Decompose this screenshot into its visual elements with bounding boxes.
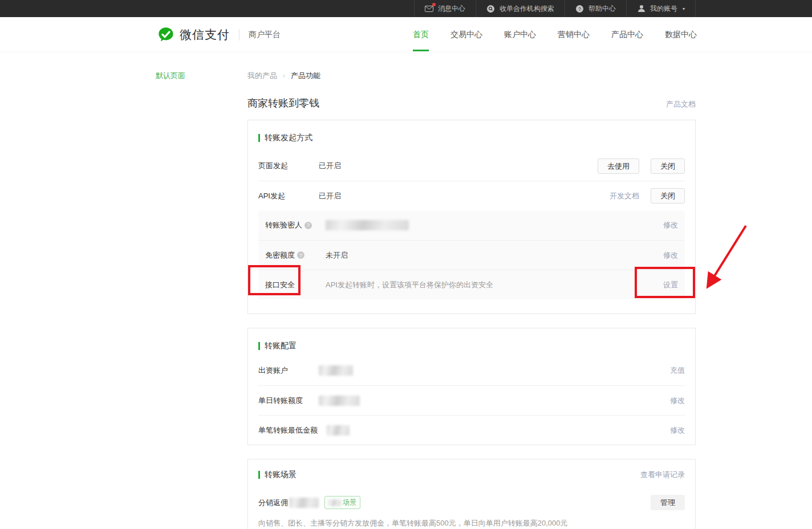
row-label: 页面发起: [258, 161, 310, 171]
nav-item-home[interactable]: 首页: [413, 17, 429, 52]
primary-nav: 首页 交易中心 账户中心 营销中心 产品中心 数据中心: [413, 17, 697, 52]
brand-divider: [239, 29, 239, 40]
breadcrumb-separator: ›: [283, 72, 285, 80]
modify-min-amount-link[interactable]: 修改: [670, 425, 685, 436]
notification-dot: [432, 3, 436, 6]
topbar-item-label: 消息中心: [438, 4, 465, 14]
redacted-account-value: [319, 365, 353, 376]
topbar-item-label: 我的账号: [650, 4, 677, 14]
nav-item-data-center[interactable]: 数据中心: [665, 17, 697, 52]
nav-item-product-center[interactable]: 产品中心: [611, 17, 643, 52]
section-head-transfer-scene: 转账场景 查看申请记录: [258, 470, 685, 480]
method-rows: 页面发起 已开启 去使用 关闭 API发起 已开启 开发文档 关闭: [258, 151, 685, 210]
merchant-platform-page: 消息中心 收单合作机构搜索 ? 帮助中心 我的账号 ▾: [0, 0, 812, 529]
brand-name: 微信支付: [180, 27, 230, 43]
section-title: 转账配置: [265, 341, 297, 351]
section-title: 转账发起方式: [265, 133, 312, 143]
redacted-daily-limit-value: [319, 396, 360, 406]
row-status: 未开启: [326, 250, 348, 261]
section-title: 转账场景: [265, 470, 297, 480]
row-status: 已开启: [319, 161, 341, 171]
nav-item-account-center[interactable]: 账户中心: [504, 17, 536, 52]
question-mark-icon[interactable]: ?: [297, 251, 304, 259]
section-head-transfer-config: 转账配置: [258, 341, 685, 351]
redacted-badge-value: [328, 499, 341, 506]
row-funding-account: 出资账户 充值: [258, 356, 685, 385]
row-transfer-verifier: 转账验密人 ? 修改: [258, 210, 685, 240]
close-api-initiate-button[interactable]: 关闭: [651, 188, 685, 204]
question-mark-icon[interactable]: ?: [304, 222, 312, 229]
topbar-item-label: 收单合作机构搜索: [500, 4, 554, 14]
redacted-verifier-value: [326, 220, 409, 230]
brand-platform-label: 商户平台: [249, 30, 281, 40]
card-transfer-method: 转账发起方式 页面发起 已开启 去使用 关闭 API发起 已开启: [247, 120, 696, 314]
breadcrumb: 我的产品 › 产品功能: [247, 71, 696, 81]
breadcrumb-product-features: 产品功能: [291, 71, 320, 81]
title-row: 商家转账到零钱 产品文档: [247, 96, 696, 110]
topbar-acquirer-search[interactable]: 收单合作机构搜索: [476, 0, 565, 17]
page-body: 默认页面 我的产品 › 产品功能 商家转账到零钱 产品文档 转账发起方式 页: [0, 52, 812, 529]
chevron-down-icon: ▾: [683, 6, 685, 11]
row-api-initiate: API发起 已开启 开发文档 关闭: [258, 181, 685, 210]
recharge-link[interactable]: 充值: [670, 365, 685, 376]
modify-daily-limit-link[interactable]: 修改: [670, 396, 685, 406]
scene-count-badge: 场景: [324, 496, 360, 509]
row-password-free-quota: 免密额度 ? 未开启 修改: [258, 240, 685, 270]
card-transfer-scene: 转账场景 查看申请记录 分销返佣 场景 管理 向销售、团长、主播等分销方发放佣金…: [247, 459, 696, 529]
brand[interactable]: 微信支付 商户平台: [157, 26, 281, 43]
row-label: 转账验密人: [265, 220, 302, 230]
main-content: 我的产品 › 产品功能 商家转账到零钱 产品文档 转账发起方式 页面发起 已开启: [247, 52, 696, 529]
section-accent-bar: [258, 471, 260, 479]
row-status: 已开启: [319, 191, 341, 201]
row-label: API发起: [258, 191, 310, 201]
product-doc-link[interactable]: 产品文档: [666, 99, 696, 109]
redacted-min-amount-value: [327, 425, 350, 436]
row-interface-security: 接口安全 API发起转账时，设置该项平台将保护你的出资安全 设置: [258, 270, 685, 299]
go-use-button[interactable]: 去使用: [598, 158, 639, 174]
scene-description: 向销售、团长、主播等分销方发放佣金，单笔转账最高500元，单日向单用户转账最高2…: [258, 518, 685, 528]
topbar-my-account[interactable]: 我的账号 ▾: [626, 0, 696, 17]
row-label: 单笔转账最低金额: [258, 425, 318, 436]
wechat-pay-logo-icon: [157, 26, 174, 43]
user-icon: [637, 4, 646, 13]
view-application-records-link[interactable]: 查看申请记录: [640, 470, 685, 480]
card-transfer-config: 转账配置 出资账户 充值 单日转账额度 修改 单笔转账最低金额: [247, 328, 696, 445]
modify-quota-link[interactable]: 修改: [663, 250, 678, 261]
settings-link[interactable]: 设置: [663, 280, 678, 290]
modify-verifier-link[interactable]: 修改: [663, 220, 678, 230]
row-daily-limit: 单日转账额度 修改: [258, 385, 685, 415]
row-min-amount: 单笔转账最低金额 修改: [258, 415, 685, 445]
dev-doc-link[interactable]: 开发文档: [610, 191, 639, 201]
topbar-item-label: 帮助中心: [588, 4, 616, 14]
site-header: 微信支付 商户平台 首页 交易中心 账户中心 营销中心 产品中心 数据中心: [0, 17, 812, 52]
row-label: 出资账户: [258, 365, 310, 376]
breadcrumb-my-products[interactable]: 我的产品: [247, 71, 277, 81]
api-settings-panel: 转账验密人 ? 修改 免密额度 ? 未开启 修改: [258, 210, 685, 299]
redacted-scene-value: [289, 498, 319, 508]
nav-item-transaction-center[interactable]: 交易中心: [450, 17, 482, 52]
row-distribution-commission: 分销返佣 场景 管理: [258, 495, 685, 510]
manage-button[interactable]: 管理: [651, 495, 685, 510]
row-label: 免密额度: [265, 250, 295, 261]
row-label: 分销返佣: [258, 498, 288, 508]
help-icon: ?: [575, 4, 584, 13]
section-head-transfer-method: 转账发起方式: [258, 133, 685, 143]
config-rows: 出资账户 充值 单日转账额度 修改 单笔转账最低金额 修改: [258, 356, 685, 445]
row-page-initiate: 页面发起 已开启 去使用 关闭: [258, 151, 685, 181]
badge-label: 场景: [343, 498, 356, 507]
search-icon: [486, 4, 496, 13]
page-title: 商家转账到零钱: [247, 96, 319, 110]
topbar-message-center[interactable]: 消息中心: [414, 0, 476, 17]
row-label: 接口安全: [265, 280, 295, 290]
sidebar-item-default-page[interactable]: 默认页面: [156, 71, 185, 81]
topbar-help-center[interactable]: ? 帮助中心: [565, 0, 626, 17]
interface-security-desc: API发起转账时，设置该项平台将保护你的出资安全: [326, 280, 493, 290]
section-accent-bar: [258, 134, 260, 142]
mail-icon: [425, 4, 434, 13]
nav-item-marketing-center[interactable]: 营销中心: [558, 17, 590, 52]
close-page-initiate-button[interactable]: 关闭: [651, 158, 685, 174]
top-utility-bar: 消息中心 收单合作机构搜索 ? 帮助中心 我的账号 ▾: [0, 0, 812, 17]
row-label: 单日转账额度: [258, 396, 310, 406]
svg-text:?: ?: [578, 6, 581, 11]
section-accent-bar: [258, 342, 260, 350]
